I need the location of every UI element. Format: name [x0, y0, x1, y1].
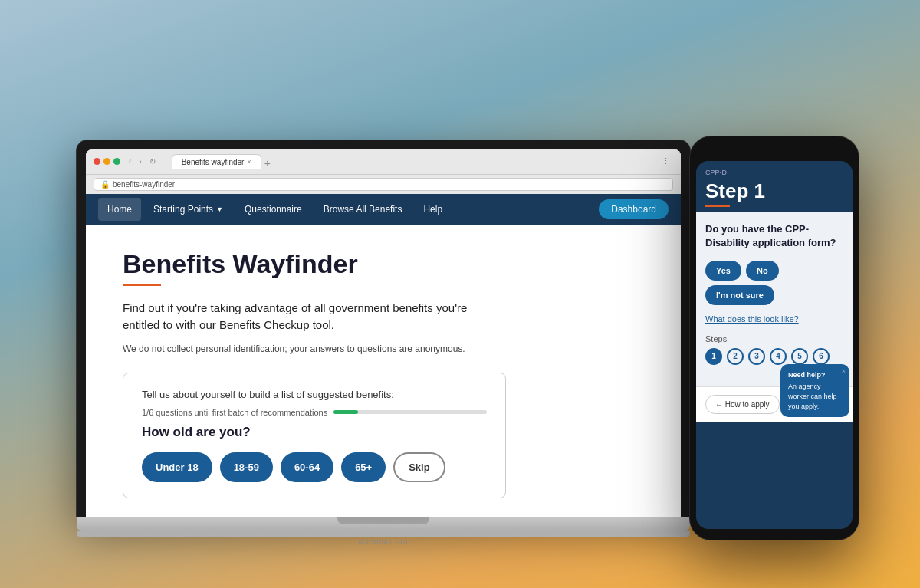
macbook-notch [337, 517, 429, 524]
nav-questionnaire-label: Questionnaire [245, 204, 302, 215]
tab-title: Benefits wayfinder [182, 158, 245, 166]
help-close-button[interactable]: × [842, 366, 846, 376]
macbook-foot [77, 531, 690, 537]
browser-tabs: Benefits wayfinder × + [164, 154, 656, 169]
reload-nav-button[interactable]: ↻ [147, 156, 158, 166]
phone-notch [751, 147, 797, 155]
phone-steps-dots: 1 2 3 4 5 6 [705, 348, 843, 365]
phone-steps-label: Steps [705, 334, 843, 343]
phone-no-button[interactable]: No [746, 261, 779, 281]
nav-item-starting-points[interactable]: Starting Points ▼ [144, 198, 232, 221]
step-dot-5[interactable]: 5 [791, 348, 808, 365]
help-popup-text: An agency worker can help you apply. [788, 382, 842, 411]
browser-chrome: ‹ › ↻ Benefits wayfinder × + ⋮ [86, 149, 681, 175]
phone-link[interactable]: What does this look like? [705, 314, 843, 324]
nav-browse-label: Browse All Benefits [324, 204, 402, 215]
step-dot-1[interactable]: 1 [705, 348, 722, 365]
nav-item-browse[interactable]: Browse All Benefits [314, 198, 412, 221]
phone-back-button[interactable]: ← How to apply [705, 395, 780, 414]
nav-dashboard-label: Dashboard [611, 204, 656, 215]
nav-home-label: Home [107, 204, 132, 215]
progress-label: 1/6 questions until first batch of recom… [142, 408, 327, 417]
page-note: We do not collect personal identificatio… [123, 343, 644, 354]
address-text: benefits-wayfinder [113, 180, 175, 189]
address-bar-row: 🔒 benefits-wayfinder [86, 175, 681, 194]
age-question: How old are you? [142, 425, 487, 440]
age-65plus-button[interactable]: 65+ [341, 452, 386, 482]
skip-button[interactable]: Skip [393, 452, 445, 482]
questionnaire-intro: Tell us about yourself to build a list o… [142, 389, 487, 400]
phone-step-underline [705, 205, 730, 207]
phone-notsure-button[interactable]: I'm not sure [705, 285, 774, 305]
phone-app-label: CPP-D [705, 169, 843, 176]
traffic-lights [94, 158, 120, 165]
macbook-browser: ‹ › ↻ Benefits wayfinder × + ⋮ [86, 149, 681, 517]
step-dot-4[interactable]: 4 [770, 348, 787, 365]
title-underline [123, 284, 161, 286]
phone-step-title: Step 1 [705, 179, 843, 203]
traffic-light-green[interactable] [113, 158, 120, 165]
new-tab-button[interactable]: + [264, 157, 271, 169]
phone-body: Do you have the CPP-Disability applicati… [696, 212, 853, 386]
page-description: Find out if you're taking advantage of a… [123, 300, 475, 334]
macbook: ‹ › ↻ Benefits wayfinder × + ⋮ [77, 140, 690, 547]
dropdown-icon: ▼ [216, 205, 223, 213]
site-content: Benefits Wayfinder Find out if you're ta… [86, 225, 681, 517]
progress-row: 1/6 questions until first batch of recom… [142, 408, 487, 417]
progress-bar-outer [334, 410, 487, 414]
traffic-light-red[interactable] [94, 158, 100, 165]
macbook-label: MacBook Pro [77, 537, 690, 547]
phone-screen: CPP-D Step 1 Do you have the CPP-Disabil… [696, 161, 853, 529]
phone-footer: ← How to apply Aff... × Need help? An ag… [696, 386, 853, 422]
site-nav: Home Starting Points ▼ Questionnaire Bro… [86, 194, 681, 225]
phone: CPP-D Step 1 Do you have the CPP-Disabil… [690, 136, 859, 540]
progress-bar-inner [334, 410, 358, 414]
phone-question: Do you have the CPP-Disability applicati… [705, 222, 843, 250]
help-popup: × Need help? An agency worker can help y… [780, 364, 849, 417]
nav-starting-points-label: Starting Points [153, 204, 213, 215]
nav-item-home[interactable]: Home [98, 198, 141, 221]
age-buttons: Under 18 18-59 60-64 65+ Skip [142, 452, 487, 482]
tab-close-button[interactable]: × [247, 158, 251, 166]
macbook-base [77, 517, 690, 531]
age-18-59-button[interactable]: 18-59 [220, 452, 273, 482]
step-dot-2[interactable]: 2 [727, 348, 744, 365]
address-bar[interactable]: 🔒 benefits-wayfinder [94, 178, 673, 191]
help-popup-title: Need help? [788, 370, 842, 380]
browser-nav: ‹ › ↻ [127, 156, 158, 166]
phone-header: CPP-D Step 1 [696, 161, 853, 212]
nav-help-label: Help [423, 204, 442, 215]
macbook-screen-outer: ‹ › ↻ Benefits wayfinder × + ⋮ [77, 140, 690, 517]
back-nav-button[interactable]: ‹ [127, 156, 133, 166]
page-title: Benefits Wayfinder [123, 249, 644, 279]
step-dot-6[interactable]: 6 [813, 348, 830, 365]
menu-dots[interactable]: ⋮ [662, 156, 673, 166]
nav-item-dashboard[interactable]: Dashboard [599, 199, 669, 219]
step-dot-3[interactable]: 3 [748, 348, 765, 365]
traffic-light-yellow[interactable] [104, 158, 110, 165]
age-under18-button[interactable]: Under 18 [142, 452, 212, 482]
questionnaire-box: Tell us about yourself to build a list o… [123, 373, 506, 498]
phone-yes-button[interactable]: Yes [705, 261, 741, 281]
nav-item-help[interactable]: Help [414, 198, 452, 221]
phone-answer-buttons: Yes No I'm not sure [705, 261, 843, 305]
nav-item-questionnaire[interactable]: Questionnaire [235, 198, 311, 221]
forward-nav-button[interactable]: › [136, 156, 143, 166]
browser-tab-active[interactable]: Benefits wayfinder × [172, 154, 261, 169]
age-60-64-button[interactable]: 60-64 [281, 452, 334, 482]
scene: ‹ › ↻ Benefits wayfinder × + ⋮ [38, 18, 882, 570]
